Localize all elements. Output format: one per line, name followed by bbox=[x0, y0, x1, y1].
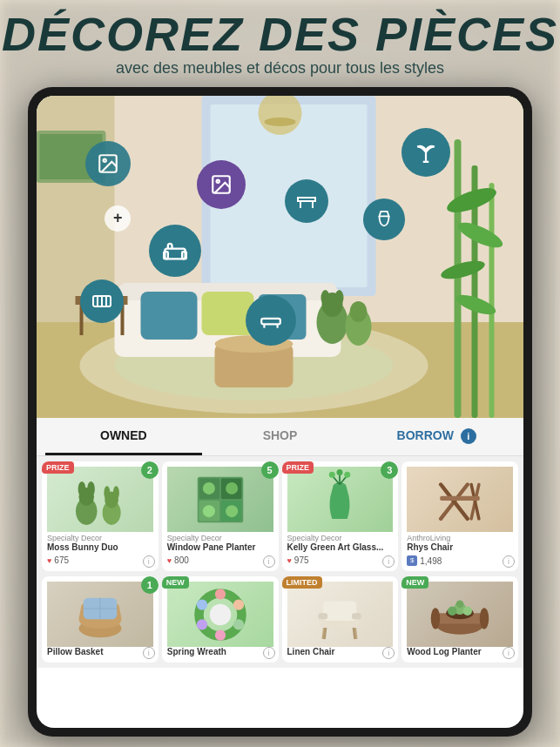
furniture-icon-picture1[interactable] bbox=[85, 141, 131, 186]
item2-name: Window Pane Planter bbox=[167, 542, 273, 553]
item7-image bbox=[287, 582, 394, 647]
item1-info-button[interactable]: i bbox=[143, 555, 155, 568]
tab-shop[interactable]: SHOP bbox=[202, 418, 359, 455]
svg-point-106 bbox=[463, 606, 473, 616]
item2-price: ♥ 800 bbox=[167, 555, 273, 565]
tab-borrow[interactable]: BORROW i bbox=[358, 418, 515, 455]
furniture-icon-table[interactable] bbox=[285, 179, 328, 223]
svg-rect-41 bbox=[298, 198, 315, 201]
heart-icon3: ♥ bbox=[287, 556, 292, 565]
svg-rect-98 bbox=[352, 613, 361, 619]
furniture-icon-plant[interactable] bbox=[401, 128, 450, 177]
item5-count: 1 bbox=[141, 576, 159, 594]
svg-point-53 bbox=[78, 481, 86, 497]
svg-point-101 bbox=[431, 608, 441, 629]
item7-badge: LIMITED bbox=[282, 576, 322, 589]
tab-owned[interactable]: OWNED bbox=[45, 418, 202, 455]
svg-point-89 bbox=[197, 619, 207, 629]
svg-point-107 bbox=[456, 600, 464, 608]
item4-name: Rhys Chair bbox=[407, 542, 513, 553]
svg-point-88 bbox=[215, 629, 226, 640]
furniture-icon-sofa[interactable] bbox=[149, 225, 201, 277]
svg-rect-25 bbox=[489, 183, 495, 418]
svg-line-94 bbox=[354, 626, 355, 639]
item2-info-button[interactable]: i bbox=[263, 555, 275, 568]
svg-point-35 bbox=[103, 158, 105, 161]
item-rhys-chair[interactable]: AnthroLiving Rhys Chair $ 1,498 i bbox=[401, 461, 518, 571]
tablet-frame: + OWNED SHOP BORROW i bbox=[28, 87, 532, 737]
svg-rect-23 bbox=[455, 139, 462, 418]
item-moss-bunny-duo[interactable]: PRIZE 2 Specialty Decor Moss Bunny Duo ♥… bbox=[42, 461, 159, 571]
svg-point-87 bbox=[233, 619, 244, 629]
item5-name: Pillow Basket bbox=[47, 647, 153, 657]
item-linen-chair[interactable]: LIMITED Linen Chair i bbox=[282, 576, 399, 663]
svg-point-102 bbox=[480, 608, 489, 629]
main-title: DÉCOREZ DES PIÈCES bbox=[0, 10, 560, 57]
item-wood-log-planter[interactable]: NEW Wood Log Planter i bbox=[401, 576, 518, 663]
item1-brand: Specialty Decor bbox=[47, 534, 153, 542]
item4-info-button[interactable]: i bbox=[503, 555, 515, 568]
svg-point-37 bbox=[217, 180, 219, 183]
borrow-badge: i bbox=[461, 428, 476, 444]
item-spring-wreath[interactable]: NEW Spring Wreath i bbox=[162, 576, 279, 663]
item1-count: 2 bbox=[141, 461, 159, 479]
item8-name: Wood Log Planter bbox=[407, 647, 513, 657]
svg-point-57 bbox=[104, 486, 110, 500]
item2-image bbox=[167, 467, 273, 532]
add-item-button[interactable]: + bbox=[105, 205, 131, 232]
svg-point-73 bbox=[345, 471, 351, 477]
item7-name: Linen Chair bbox=[287, 647, 394, 657]
svg-point-64 bbox=[203, 481, 215, 494]
item3-price: ♥ 975 bbox=[287, 555, 394, 565]
item2-price-value: 800 bbox=[174, 555, 189, 565]
item-window-pane-planter[interactable]: 5 Specialty Decor Window Pane Planter ♥ … bbox=[162, 461, 279, 571]
item1-price-value: 675 bbox=[54, 555, 69, 565]
item3-price-value: 975 bbox=[294, 555, 309, 565]
item5-info-button[interactable]: i bbox=[143, 647, 155, 659]
svg-rect-96 bbox=[323, 601, 357, 621]
items-grid-row1: PRIZE 2 Specialty Decor Moss Bunny Duo ♥… bbox=[37, 456, 523, 576]
svg-point-86 bbox=[233, 599, 244, 609]
item2-count: 5 bbox=[261, 461, 279, 479]
svg-point-85 bbox=[215, 589, 226, 599]
svg-point-33 bbox=[265, 118, 296, 126]
items-grid-row2: 1 Pillow Basket i bbox=[37, 576, 523, 668]
item3-badge: PRIZE bbox=[282, 461, 314, 474]
item4-brand: AnthroLiving bbox=[407, 534, 513, 542]
tablet-screen: + OWNED SHOP BORROW i bbox=[37, 96, 523, 728]
item1-image bbox=[47, 467, 153, 532]
item3-info-button[interactable]: i bbox=[382, 555, 395, 568]
sub-title: avec des meubles et décos pour tous les … bbox=[0, 59, 560, 77]
furniture-icon-rug[interactable] bbox=[80, 279, 124, 323]
item6-image bbox=[167, 582, 273, 647]
item-kelly-green-art-glass[interactable]: PRIZE 3 Specialty Decor Kelly Green Art … bbox=[282, 461, 399, 571]
svg-point-66 bbox=[203, 505, 215, 517]
header-area: DÉCOREZ DES PIÈCES avec des meubles et d… bbox=[0, 0, 560, 77]
item8-info-button[interactable]: i bbox=[503, 647, 515, 659]
heart-icon1: ♥ bbox=[47, 556, 51, 565]
item8-image bbox=[407, 582, 513, 647]
svg-point-22 bbox=[350, 301, 368, 322]
tab-borrow-label: BORROW bbox=[397, 428, 454, 442]
item6-name: Spring Wreath bbox=[167, 647, 273, 657]
furniture-icon-vase[interactable] bbox=[363, 199, 405, 240]
item-pillow-basket[interactable]: 1 Pillow Basket i bbox=[42, 576, 159, 663]
tab-navigation: OWNED SHOP BORROW i bbox=[37, 418, 523, 456]
svg-point-84 bbox=[209, 603, 231, 625]
svg-rect-9 bbox=[141, 292, 198, 340]
svg-point-67 bbox=[226, 505, 238, 517]
svg-line-93 bbox=[325, 626, 327, 639]
svg-point-20 bbox=[335, 290, 344, 306]
svg-point-65 bbox=[226, 481, 238, 494]
svg-point-71 bbox=[329, 471, 335, 477]
svg-point-54 bbox=[87, 481, 95, 497]
item3-image bbox=[287, 467, 394, 532]
item3-name: Kelly Green Art Glass... bbox=[287, 542, 394, 553]
item6-info-button[interactable]: i bbox=[263, 647, 275, 659]
item1-name: Moss Bunny Duo bbox=[47, 542, 153, 553]
item4-price: $ 1,498 bbox=[407, 555, 513, 566]
item1-price: ♥ 675 bbox=[47, 555, 153, 565]
item1-badge: PRIZE bbox=[42, 461, 74, 474]
svg-point-105 bbox=[448, 606, 457, 616]
svg-point-90 bbox=[197, 599, 207, 609]
